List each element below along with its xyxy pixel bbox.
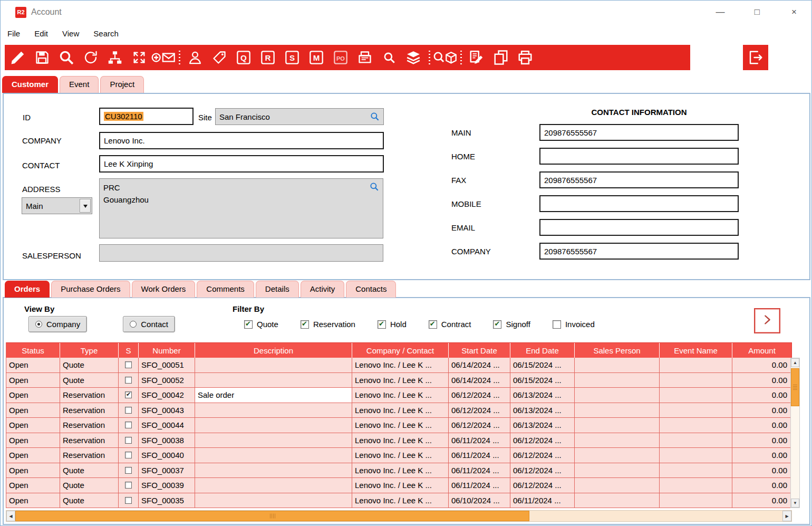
save-button[interactable] [30, 46, 54, 69]
menu-item-edit[interactable]: Edit [34, 29, 48, 38]
close-button[interactable]: × [786, 7, 802, 17]
filter-contract[interactable]: Contract [429, 320, 471, 329]
filter-quote[interactable]: Quote [244, 320, 278, 329]
menu-item-search[interactable]: Search [93, 29, 119, 38]
column-header-amount[interactable]: Amount [732, 343, 792, 358]
next-page-button[interactable] [754, 308, 780, 333]
company-input[interactable]: Lenovo Inc. [99, 132, 384, 149]
signoff-button[interactable]: S [280, 46, 304, 69]
column-header-company-contact[interactable]: Company / Contact [352, 343, 449, 358]
new-mail-button[interactable] [151, 46, 176, 69]
po-button[interactable]: PO [328, 46, 353, 69]
contact-input[interactable]: Lee K Xinping [99, 155, 384, 173]
tab-orders[interactable]: Orders [5, 281, 50, 298]
tab-comments[interactable]: Comments [197, 281, 254, 298]
table-row[interactable]: OpenReservationSFO_00038Lenovo Inc. / Le… [6, 433, 792, 448]
row-checkbox-icon[interactable] [125, 422, 132, 428]
table-row[interactable]: OpenQuoteSFO_00039Lenovo Inc. / Lee K ..… [6, 478, 792, 493]
row-checkbox-icon[interactable] [125, 391, 132, 398]
reservation-button[interactable]: R [256, 46, 280, 69]
horizontal-scroll-track[interactable] [15, 511, 782, 521]
row-checkbox-icon[interactable] [125, 482, 132, 489]
scroll-down-icon[interactable]: ▼ [791, 499, 799, 508]
table-row[interactable]: OpenReservationSFO_00040Lenovo Inc. / Le… [6, 448, 792, 463]
refresh-button[interactable] [79, 46, 103, 69]
expand-button[interactable] [127, 46, 151, 69]
copy-button[interactable] [489, 46, 513, 69]
search-items-button[interactable] [377, 46, 401, 69]
address-type-select[interactable]: Main [22, 197, 92, 214]
column-header-status[interactable]: Status [6, 343, 60, 358]
edit-doc-button[interactable] [465, 46, 489, 69]
table-row[interactable]: OpenQuoteSFO_00035Lenovo Inc. / Lee K ..… [6, 493, 792, 509]
table-row[interactable]: OpenQuoteSFO_00051Lenovo Inc. / Lee K ..… [6, 358, 792, 373]
filter-invoiced[interactable]: Invoiced [553, 320, 595, 329]
view-by-contact[interactable]: Contact [123, 316, 175, 332]
tab-details[interactable]: Details [256, 281, 299, 298]
contact-info-input-company[interactable]: 209876555567 [539, 243, 739, 260]
tab-purchase-orders[interactable]: Purchase Orders [51, 281, 130, 298]
contact-button[interactable] [183, 46, 207, 69]
minimize-button[interactable]: — [712, 7, 728, 17]
filter-hold[interactable]: Hold [378, 320, 407, 329]
tab-activity[interactable]: Activity [301, 281, 345, 298]
row-checkbox-icon[interactable] [125, 377, 132, 384]
id-input[interactable]: CU302110 [99, 108, 194, 125]
contact-info-input-mobile[interactable] [539, 195, 739, 212]
tab-event[interactable]: Event [60, 76, 99, 93]
address-textarea[interactable]: PRC Gouangzhou [99, 178, 383, 238]
table-row[interactable]: OpenReservationSFO_00042Sale orderLenovo… [6, 388, 792, 403]
row-checkbox-icon[interactable] [125, 437, 132, 444]
row-checkbox-icon[interactable] [125, 452, 132, 458]
brush-button[interactable] [6, 46, 30, 69]
contact-info-input-fax[interactable]: 209876555567 [539, 171, 739, 188]
contact-info-input-main[interactable]: 209876555567 [539, 124, 739, 141]
column-header-s[interactable]: S [119, 343, 139, 358]
site-input[interactable]: San Francisco [215, 108, 384, 125]
scroll-left-icon[interactable]: ◀ [6, 511, 15, 521]
column-header-sales-person[interactable]: Sales Person [575, 343, 660, 358]
tab-work-orders[interactable]: Work Orders [132, 281, 196, 298]
print-button[interactable] [513, 46, 537, 69]
vertical-scroll-track[interactable] [791, 367, 799, 499]
view-by-company[interactable]: Company [28, 316, 87, 332]
tab-customer[interactable]: Customer [2, 76, 58, 93]
table-row[interactable]: OpenReservationSFO_00043Lenovo Inc. / Le… [6, 403, 792, 418]
menu-item-file[interactable]: File [7, 29, 20, 38]
row-checkbox-icon[interactable] [125, 361, 132, 368]
address-search-icon[interactable] [369, 181, 380, 194]
hierarchy-button[interactable] [103, 46, 127, 69]
column-header-number[interactable]: Number [139, 343, 195, 358]
horizontal-scroll-thumb[interactable] [15, 511, 529, 521]
stack-button[interactable] [401, 46, 426, 69]
column-header-description[interactable]: Description [195, 343, 352, 358]
row-checkbox-icon[interactable] [125, 497, 132, 504]
memo-button[interactable]: M [304, 46, 328, 69]
contact-info-input-home[interactable] [539, 148, 739, 165]
scroll-right-icon[interactable]: ▶ [782, 511, 791, 521]
column-header-type[interactable]: Type [60, 343, 119, 358]
register-button[interactable] [353, 46, 377, 69]
tab-project[interactable]: Project [100, 76, 144, 93]
menu-item-view[interactable]: View [62, 29, 79, 38]
tab-contacts[interactable]: Contacts [346, 281, 396, 298]
column-header-event-name[interactable]: Event Name [660, 343, 732, 358]
vertical-scrollbar[interactable]: ▲ ▼ [790, 358, 800, 508]
filter-signoff[interactable]: Signoff [493, 320, 530, 329]
contact-info-input-email[interactable] [539, 219, 739, 236]
table-row[interactable]: OpenQuoteSFO_00052Lenovo Inc. / Lee K ..… [6, 373, 792, 388]
quote-button[interactable]: Q [231, 46, 256, 69]
salesperson-input[interactable] [99, 244, 383, 262]
scroll-up-icon[interactable]: ▲ [791, 358, 799, 367]
table-row[interactable]: OpenReservationSFO_00044Lenovo Inc. / Le… [6, 418, 792, 433]
vertical-scroll-thumb[interactable] [791, 368, 799, 406]
filter-reservation[interactable]: Reservation [301, 320, 355, 329]
maximize-button[interactable]: □ [749, 7, 765, 17]
row-checkbox-icon[interactable] [125, 467, 132, 474]
row-checkbox-icon[interactable] [125, 407, 132, 414]
site-search-icon[interactable] [370, 111, 380, 123]
search-product-button[interactable] [433, 46, 457, 69]
column-header-start-date[interactable]: Start Date [449, 343, 510, 358]
table-row[interactable]: OpenQuoteSFO_00037Lenovo Inc. / Lee K ..… [6, 463, 792, 479]
exit-button[interactable] [743, 45, 768, 70]
